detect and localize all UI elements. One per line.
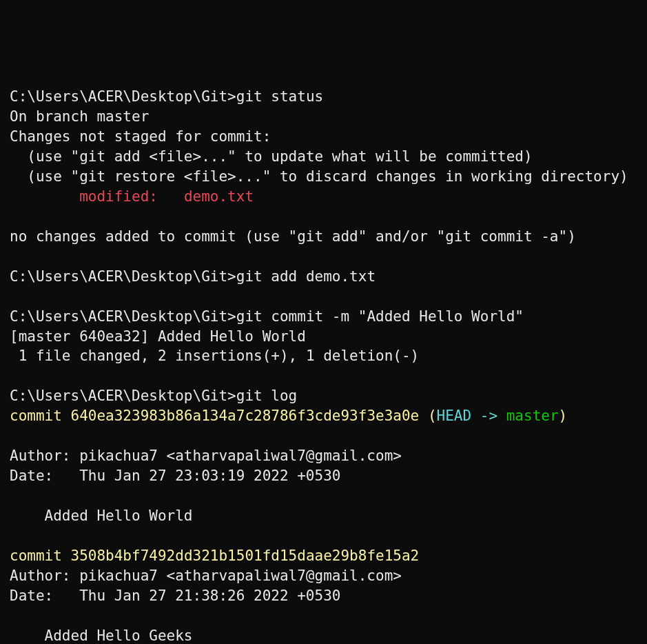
status-hint-add: (use "git add <file>..." to update what … [10, 148, 533, 165]
commit-author-2: Author: pikachua7 <atharvapaliwal7@gmail… [10, 567, 402, 584]
commit-word: commit [10, 407, 71, 424]
cmd-add: git add demo.txt [236, 268, 376, 285]
commit-word: commit [10, 547, 71, 564]
status-header: Changes not staged for commit: [10, 128, 271, 145]
commit-msg-1: Added Hello World [10, 507, 193, 524]
commit-msg-2: Added Hello Geeks [10, 627, 193, 644]
commit-author-1: Author: pikachua7 <atharvapaliwal7@gmail… [10, 447, 402, 464]
terminal-output[interactable]: C:\Users\ACER\Desktop\Git>git status On … [10, 87, 637, 644]
status-hint-restore: (use "git restore <file>..." to discard … [10, 168, 628, 185]
commit-hash-1: 640ea323983b86a134a7c28786f3cde93f3e3a0e [71, 407, 420, 424]
status-branch: On branch master [10, 108, 149, 125]
commit-out-summary: [master 640ea32] Added Hello World [10, 328, 306, 345]
cmd-status: git status [236, 88, 323, 105]
modified-label: modified: [10, 188, 184, 205]
paren-close: ) [559, 407, 568, 424]
commit-hash-2: 3508b4bf7492dd321b1501fd15daae29b8fe15a2 [71, 547, 420, 564]
commit-out-stats: 1 file changed, 2 insertions(+), 1 delet… [10, 348, 419, 364]
commit-date-2: Date: Thu Jan 27 21:38:26 2022 +0530 [10, 587, 340, 604]
prompt: C:\Users\ACER\Desktop\Git> [10, 308, 236, 325]
branch-ref: master [506, 407, 559, 424]
prompt: C:\Users\ACER\Desktop\Git> [10, 388, 236, 404]
paren-open: ( [419, 407, 436, 424]
prompt: C:\Users\ACER\Desktop\Git> [10, 268, 236, 285]
status-tail: no changes added to commit (use "git add… [10, 228, 576, 245]
commit-date-1: Date: Thu Jan 27 23:03:19 2022 +0530 [10, 467, 340, 484]
cmd-commit: git commit -m "Added Hello World" [236, 308, 524, 325]
cmd-log: git log [236, 388, 298, 404]
head-ref: HEAD -> [437, 407, 506, 424]
modified-file: demo.txt [184, 188, 254, 205]
prompt: C:\Users\ACER\Desktop\Git> [10, 88, 236, 105]
